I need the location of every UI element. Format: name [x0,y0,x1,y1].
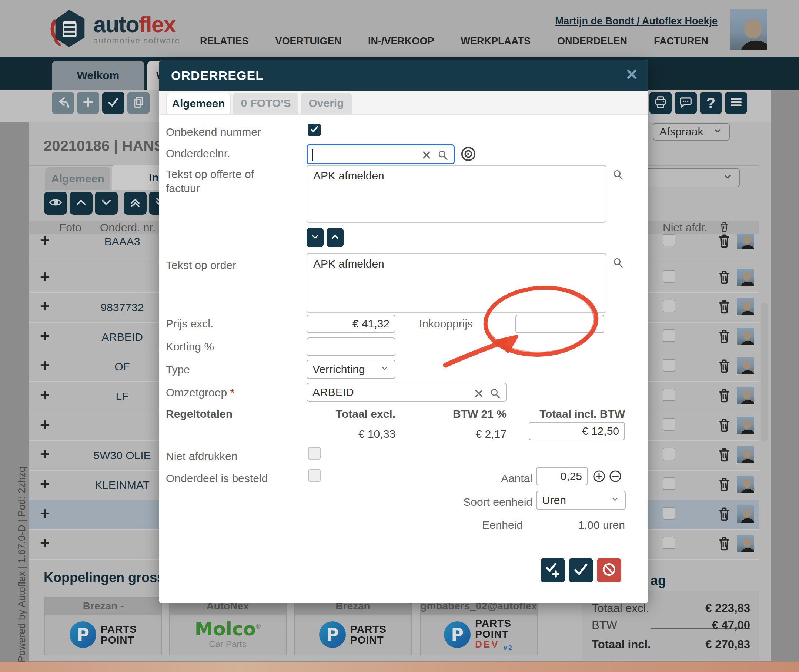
label-prijs-excl: Prijs excl. [166,317,213,330]
value-btw: € 2,17 [432,428,507,440]
label-soort-eenheid: Soort eenheid [396,496,533,509]
label-onbekend-nummer: Onbekend nummer [166,126,261,138]
label-niet-afdrukken: Niet afdrukken [166,450,237,462]
tekst-order-textarea[interactable]: APK afmelden [306,253,606,313]
label-aantal: Aantal [396,472,533,485]
required-asterisk: * [230,386,234,398]
modal-header: ORDERREGEL ✕ [159,60,648,91]
label-tekst-offerte: Tekst op offerte of factuur [166,167,284,195]
aantal-input[interactable]: 0,25 [536,467,588,485]
korting-input[interactable] [306,338,395,356]
label-onderdeel-besteld: Onderdeel is besteld [166,472,268,485]
eye-target-icon [460,157,477,163]
soort-eenheid-value: Uren [542,494,566,507]
chevron-down-icon [380,363,390,376]
onderdeel-besteld-checkbox[interactable] [308,469,321,482]
prijs-excl-input[interactable]: € 41,32 [306,315,395,333]
label-omzetgroep: Omzetgroep * [166,386,234,399]
totaal-incl-input[interactable]: € 12,50 [529,422,625,440]
label-regeltotalen: Regeltotalen [166,408,233,420]
save-button[interactable] [569,558,593,582]
check-icon [310,124,319,136]
soort-eenheid-select[interactable]: Uren [536,491,626,510]
check-icon [573,562,589,579]
niet-afdrukken-checkbox[interactable] [308,447,321,459]
omzetgroep-input[interactable]: ARBEID [306,382,507,402]
value-eenheid: 1,00 uren [536,519,625,531]
check-plus-icon [545,562,561,579]
omzetgroep-value: ARBEID [313,386,354,398]
label-onderdeelnr: Onderdeelnr. [166,147,230,160]
search-icon[interactable] [612,256,624,270]
value-totaal-excl: € 10,33 [321,428,395,440]
label-eenheid: Eenheid [396,519,523,531]
clear-x-icon[interactable] [420,149,433,164]
plus-circle-icon [592,478,606,485]
modal-tab-algemeen[interactable]: Algemeen [166,93,231,114]
chevron-up-icon [330,232,340,243]
type-select-value: Verrichting [313,363,365,376]
copy-text-down-button[interactable] [306,228,324,247]
chevron-down-icon [610,494,620,507]
tekst-offerte-textarea[interactable]: APK afmelden [306,165,606,223]
search-icon[interactable] [489,387,501,402]
clear-x-icon[interactable] [472,387,485,402]
cancel-button[interactable] [597,558,621,582]
modal-tab-fotos[interactable]: 0 FOTO'S [233,93,298,114]
save-and-new-button[interactable] [541,558,565,582]
header-btw: BTW 21 % [432,408,507,420]
text-caret [312,149,313,161]
decrease-aantal-button[interactable] [608,469,623,484]
label-type: Type [166,363,190,376]
modal-title: ORDERREGEL [171,69,264,83]
chevron-down-icon [310,232,320,243]
onbekend-nummer-checkbox[interactable] [308,123,321,136]
onderdeelnr-input[interactable] [306,144,455,164]
header-totaal-excl: Totaal excl. [321,408,395,420]
orderregel-modal: ORDERREGEL ✕ Algemeen 0 FOTO'S Overig On… [159,60,648,603]
increase-aantal-button[interactable] [592,469,606,484]
label-korting: Korting % [166,341,214,353]
search-icon[interactable] [612,168,624,182]
type-select[interactable]: Verrichting [306,360,395,379]
modal-tabs: Algemeen 0 FOTO'S Overig [159,91,648,115]
label-inkoopprijs: Inkoopprijs [419,317,473,330]
minus-circle-icon [608,478,623,485]
inkoopprijs-input[interactable] [515,315,604,333]
copy-text-up-button[interactable] [327,228,343,247]
modal-tab-overig[interactable]: Overig [301,93,352,114]
close-icon[interactable]: ✕ [625,67,638,83]
label-tekst-order: Tekst op order [166,259,236,272]
header-totaal-incl: Totaal incl. BTW [514,408,625,420]
screenshot-stage: autoflex automotive software RELATIESVOE… [0,0,799,672]
lookup-eye-button[interactable] [460,146,477,162]
block-icon [601,562,617,579]
search-icon[interactable] [436,149,449,164]
